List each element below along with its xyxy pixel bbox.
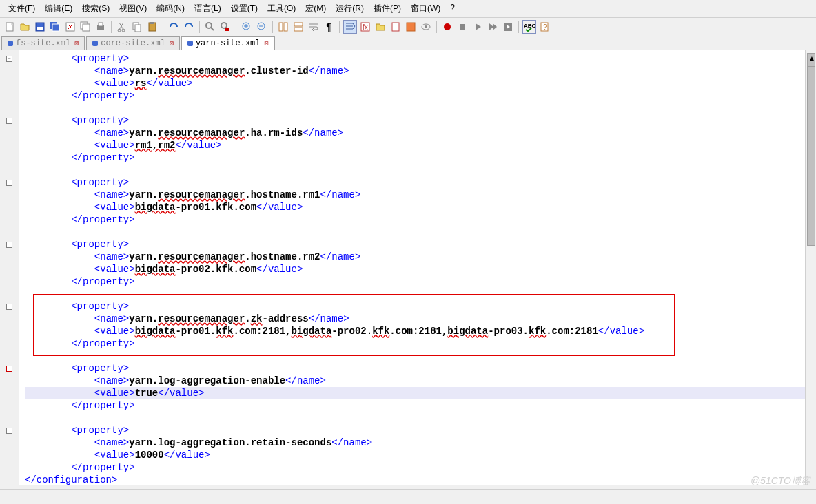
- svg-text:ABC: ABC: [524, 23, 536, 29]
- wordwrap-icon[interactable]: [307, 20, 320, 34]
- find-icon[interactable]: [203, 20, 217, 34]
- tab-close-icon[interactable]: ⊠: [170, 39, 174, 48]
- svg-point-17: [221, 23, 227, 28]
- redo-icon[interactable]: [182, 20, 196, 34]
- svg-rect-24: [294, 28, 303, 31]
- menu-item[interactable]: 宏(M): [301, 1, 330, 16]
- svg-rect-22: [284, 23, 287, 31]
- menu-item[interactable]: 搜索(S): [78, 1, 114, 16]
- close-icon[interactable]: [63, 20, 77, 34]
- svg-point-16: [206, 23, 212, 28]
- doc-map-icon[interactable]: [389, 20, 402, 34]
- svg-point-30: [425, 25, 427, 28]
- doc-list-icon[interactable]: [404, 20, 418, 34]
- func-list-icon[interactable]: fx: [358, 20, 372, 34]
- record-icon[interactable]: [440, 20, 454, 34]
- svg-rect-9: [99, 23, 103, 26]
- spellcheck-icon[interactable]: ABC: [522, 20, 536, 34]
- vertical-scrollbar[interactable]: ▲: [805, 50, 816, 485]
- tab-label: fs-site.xml: [16, 39, 70, 48]
- toolbar: ¶ fx ABC ?: [0, 18, 816, 36]
- code-area[interactable]: <property> <name>yarn.resourcemanager.cl…: [19, 50, 816, 485]
- separator: [436, 21, 437, 33]
- svg-text:fx: fx: [363, 23, 368, 31]
- menu-item[interactable]: 编码(N): [152, 1, 189, 16]
- file-icon: [92, 41, 98, 46]
- play-multi-icon[interactable]: [486, 20, 500, 34]
- fold-gutter[interactable]: −−−−−−−: [0, 50, 19, 485]
- copy-icon[interactable]: [130, 20, 144, 34]
- svg-rect-18: [225, 28, 229, 31]
- separator: [518, 21, 519, 33]
- print-icon[interactable]: [94, 20, 108, 34]
- svg-point-31: [444, 23, 451, 30]
- save-macro-icon[interactable]: [501, 20, 515, 34]
- show-all-chars-icon[interactable]: ¶: [322, 20, 336, 34]
- svg-rect-4: [52, 24, 59, 31]
- menu-item[interactable]: 视图(V): [115, 1, 151, 16]
- menu-bar: 文件(F)编辑(E)搜索(S)视图(V)编码(N)语言(L)设置(T)工具(O)…: [0, 0, 816, 18]
- folder-icon[interactable]: [374, 20, 387, 34]
- menu-item[interactable]: 设置(T): [227, 1, 262, 16]
- file-tab[interactable]: core-site.xml⊠: [86, 36, 180, 50]
- menu-item[interactable]: 语言(L): [190, 1, 225, 16]
- open-file-icon[interactable]: [18, 20, 32, 34]
- cut-icon[interactable]: [115, 20, 129, 34]
- paste-icon[interactable]: [145, 20, 159, 34]
- svg-rect-21: [279, 23, 283, 31]
- undo-icon[interactable]: [167, 20, 181, 34]
- menu-item[interactable]: 插件(P): [369, 1, 405, 16]
- file-icon: [8, 41, 13, 46]
- tab-close-icon[interactable]: ⊠: [74, 39, 79, 48]
- menu-item[interactable]: 文件(F): [4, 1, 39, 16]
- separator: [163, 21, 163, 33]
- scroll-up-arrow[interactable]: ▲: [807, 53, 815, 67]
- new-file-icon[interactable]: [3, 20, 17, 34]
- replace-icon[interactable]: [218, 20, 232, 34]
- menu-item[interactable]: 工具(O): [263, 1, 300, 16]
- svg-rect-13: [135, 25, 141, 32]
- tab-label: yarn-site.xml: [196, 39, 261, 48]
- sync-v-icon[interactable]: [276, 20, 290, 34]
- file-tab[interactable]: yarn-site.xml⊠: [181, 36, 275, 50]
- menu-item[interactable]: 编辑(E): [41, 1, 76, 16]
- file-tab[interactable]: fs-site.xml⊠: [1, 36, 85, 50]
- svg-rect-32: [460, 24, 465, 30]
- save-all-icon[interactable]: [48, 20, 62, 34]
- menu-item[interactable]: 运行(R): [332, 1, 368, 16]
- status-bar: [0, 489, 816, 504]
- svg-rect-27: [392, 23, 399, 31]
- separator: [236, 21, 236, 33]
- separator: [111, 21, 112, 33]
- svg-rect-28: [407, 23, 415, 31]
- svg-rect-15: [150, 22, 154, 24]
- separator: [339, 21, 340, 33]
- svg-rect-23: [294, 23, 303, 26]
- editor[interactable]: −−−−−−− <property> <name>yarn.resourcema…: [0, 50, 816, 485]
- stop-icon[interactable]: [456, 20, 469, 34]
- save-icon[interactable]: [33, 20, 47, 34]
- monitor-icon[interactable]: [419, 20, 433, 34]
- svg-text:?: ?: [543, 23, 547, 31]
- help-icon[interactable]: ?: [538, 20, 551, 34]
- indent-guide-icon[interactable]: [343, 20, 357, 34]
- tab-label: core-site.xml: [101, 39, 165, 48]
- svg-rect-7: [83, 24, 90, 31]
- zoom-in-icon[interactable]: [240, 20, 254, 34]
- tab-close-icon[interactable]: ⊠: [265, 39, 269, 48]
- file-icon: [187, 41, 193, 46]
- svg-rect-2: [37, 27, 43, 30]
- scroll-thumb[interactable]: [807, 67, 815, 246]
- separator: [272, 21, 273, 33]
- sync-h-icon[interactable]: [292, 20, 305, 34]
- tab-bar: fs-site.xml⊠core-site.xml⊠yarn-site.xml⊠: [0, 36, 816, 50]
- menu-item[interactable]: ?: [446, 1, 459, 16]
- zoom-out-icon[interactable]: [255, 20, 269, 34]
- separator: [199, 21, 200, 33]
- close-all-icon[interactable]: [79, 20, 92, 34]
- play-icon[interactable]: [471, 20, 484, 34]
- menu-item[interactable]: 窗口(W): [407, 1, 445, 16]
